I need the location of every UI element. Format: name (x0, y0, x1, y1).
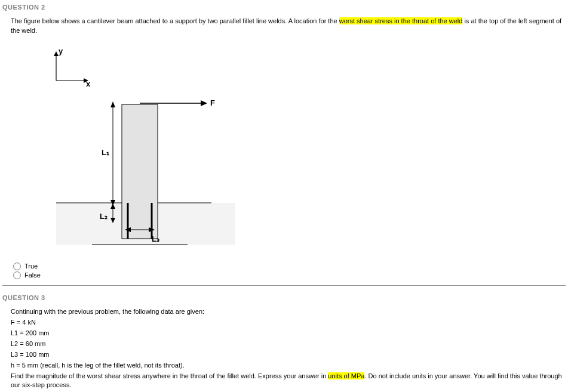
axes: y x (54, 48, 91, 88)
q3-d1: F = 4 kN (11, 318, 566, 328)
q3-lead: Continuing with the previous problem, th… (11, 307, 566, 317)
radio-false[interactable] (13, 271, 21, 279)
option-false-row[interactable]: False (13, 271, 566, 279)
option-true-row[interactable]: True (13, 263, 566, 270)
radio-true[interactable] (13, 263, 21, 270)
axis-x-label: x (86, 79, 91, 88)
figure: y x F L₁ L₂ (32, 48, 566, 258)
q3-d2: L1 = 200 mm (11, 329, 566, 338)
svg-marker-12 (110, 101, 115, 107)
separator (2, 285, 566, 286)
axis-y-label: y (59, 48, 63, 55)
q3-find-before: Find the magnitude of the worst shear st… (11, 372, 328, 379)
q3-d4: L3 = 100 mm (11, 350, 566, 360)
L2-label: L₂ (100, 212, 108, 221)
q2-text-before: The figure below shows a cantilever beam… (11, 17, 339, 24)
L1-label: L₁ (102, 148, 109, 157)
answer-options: True False (13, 263, 566, 279)
question-2-prompt: The figure below shows a cantilever beam… (11, 17, 566, 36)
q3-d5: h = 5 mm (recall, h is the leg of the fi… (11, 361, 566, 371)
question-2-header: QUESTION 2 (2, 4, 566, 11)
svg-marker-1 (54, 51, 59, 56)
option-true-label: True (24, 263, 38, 270)
diagram-svg: y x F L₁ L₂ (32, 48, 235, 257)
q3-find: Find the magnitude of the worst shear st… (11, 372, 566, 391)
dim-L1: L₁ (102, 101, 115, 206)
q2-text-highlight: worst shear stress in the throat of the … (339, 17, 463, 24)
question-3-header: QUESTION 3 (2, 294, 566, 301)
q3-find-highlight: units of MPa (328, 372, 364, 379)
L3-label: L₃ (152, 234, 159, 243)
question-3-prompt: Continuing with the previous problem, th… (11, 307, 566, 392)
svg-marker-10 (201, 100, 207, 106)
q3-d3: L2 = 60 mm (11, 339, 566, 349)
force-label: F (210, 98, 215, 107)
option-false-label: False (24, 271, 41, 279)
